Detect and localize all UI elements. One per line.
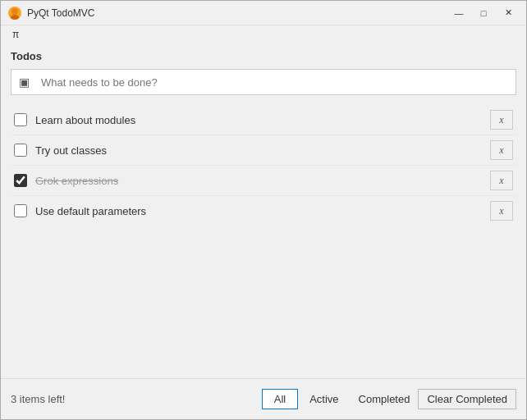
menubar: π <box>1 25 526 43</box>
todo-item-2: Try out classes x <box>11 135 516 166</box>
delete-button-3[interactable]: x <box>490 171 513 190</box>
todo-list: Learn about modules x Try out classes x … <box>11 105 516 372</box>
todo-checkbox-1[interactable] <box>14 113 27 126</box>
delete-button-2[interactable]: x <box>490 140 513 160</box>
app-icon <box>7 6 22 21</box>
todo-text-3: Grok expressions <box>35 175 490 187</box>
items-left-label: 3 items left! <box>11 393 262 405</box>
delete-button-4[interactable]: x <box>490 201 513 221</box>
filter-completed-label[interactable]: Completed <box>351 390 419 409</box>
todo-text-4: Use default parameters <box>35 205 490 217</box>
todo-item-1: Learn about modules x <box>11 105 516 135</box>
maximize-button[interactable]: □ <box>472 5 495 21</box>
todo-checkbox-2[interactable] <box>14 144 27 157</box>
main-window: PyQt TodoMVC — □ ✕ π Todos ▣ Learn about… <box>0 0 527 420</box>
svg-point-2 <box>11 15 19 20</box>
todo-text-2: Try out classes <box>35 144 490 157</box>
pi-menu[interactable]: π <box>7 27 24 42</box>
content-area: Todos ▣ Learn about modules x Try out cl… <box>1 43 526 378</box>
filter-buttons: All Active Completed <box>262 389 419 409</box>
close-button[interactable]: ✕ <box>497 5 520 21</box>
todo-checkbox-4[interactable] <box>14 204 27 217</box>
toggle-all-button[interactable]: ▣ <box>11 70 36 94</box>
filter-active-label[interactable]: Active <box>301 390 346 409</box>
delete-button-1[interactable]: x <box>490 110 513 130</box>
delete-icon-2: x <box>499 144 503 157</box>
todo-checkbox-3[interactable] <box>14 174 27 187</box>
todo-item-4: Use default parameters x <box>11 196 516 226</box>
minimize-button[interactable]: — <box>447 5 470 21</box>
svg-point-1 <box>11 8 18 15</box>
delete-icon-1: x <box>499 114 503 126</box>
input-row: ▣ <box>11 69 516 95</box>
toggle-all-icon: ▣ <box>19 75 30 89</box>
todo-input[interactable] <box>36 70 516 94</box>
window-title: PyQt TodoMVC <box>27 7 447 19</box>
delete-icon-3: x <box>499 175 503 187</box>
todo-text-1: Learn about modules <box>35 114 490 126</box>
titlebar-controls: — □ ✕ <box>447 5 520 21</box>
filter-all-button[interactable]: All <box>262 389 298 409</box>
todo-item-3: Grok expressions x <box>11 166 516 196</box>
delete-icon-4: x <box>499 205 503 217</box>
footer: 3 items left! All Active Completed Clear… <box>1 378 526 419</box>
section-title: Todos <box>11 50 516 62</box>
clear-completed-button[interactable]: Clear Completed <box>418 389 516 409</box>
titlebar: PyQt TodoMVC — □ ✕ <box>1 1 526 25</box>
